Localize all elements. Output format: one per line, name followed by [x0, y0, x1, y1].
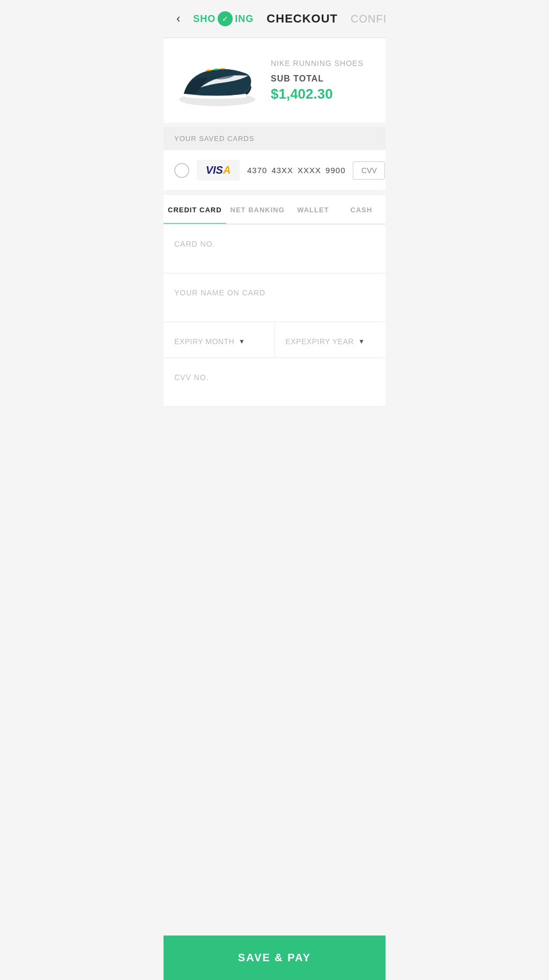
card-radio-button[interactable] [174, 163, 189, 178]
product-name: NIKE RUNNING SHOES [271, 59, 375, 68]
expiry-row: EXPIRY MONTH ▼ EXPEXPIRY YEAR ▼ [164, 322, 385, 358]
name-on-card-input[interactable] [174, 300, 375, 310]
product-section: NIKE RUNNING SHOES SUB TOTAL $1,402.30 [164, 38, 385, 123]
cvv-field[interactable]: CVV NO. [164, 358, 385, 407]
tab-net-banking[interactable]: NET BANKING [226, 195, 289, 224]
card-number-4: 9900 [325, 166, 345, 175]
saved-cards-header: YOUR SAVED CARDS [164, 127, 385, 150]
expiry-year-dropdown-icon[interactable]: ▼ [358, 338, 365, 345]
expiry-month-dropdown-icon[interactable]: ▼ [239, 338, 245, 345]
product-image [174, 51, 260, 110]
expiry-year-field[interactable]: EXPEXPIRY YEAR ▼ [275, 322, 386, 358]
save-pay-button[interactable]: SAVE & PAY [164, 936, 385, 980]
card-number: 4370 43XX XXXX 9900 [247, 166, 345, 175]
saved-card-row[interactable]: VISA 4370 43XX XXXX 9900 CVV [164, 150, 385, 191]
expiry-month-field[interactable]: EXPIRY MONTH ▼ [164, 322, 275, 358]
expiry-year-label: EXPEXPIRY YEAR [286, 337, 354, 346]
cvv-label: CVV NO. [174, 373, 375, 382]
shopping-check-icon: ✓ [218, 11, 233, 26]
card-number-3: XXXX [298, 166, 321, 175]
step-shopping[interactable]: SHO ✓ ING [193, 11, 254, 26]
back-button[interactable]: ‹ [174, 10, 182, 28]
shopping-label-1: SHO [193, 13, 216, 25]
card-number-1: 4370 [247, 166, 267, 175]
subtotal-label: SUB TOTAL [271, 74, 375, 84]
visa-text: VISA [206, 164, 231, 176]
name-on-card-field[interactable]: YOUR NAME ON CARD [164, 273, 385, 322]
visa-logo: VISA [197, 160, 240, 181]
name-on-card-label: YOUR NAME ON CARD [174, 288, 375, 297]
credit-card-form: CARD NO. YOUR NAME ON CARD EXPIRY MONTH … [164, 225, 385, 407]
card-number-2: 43XX [271, 166, 293, 175]
confirm-step-label[interactable]: CONFIRM [351, 13, 385, 25]
expiry-month-label: EXPIRY MONTH [174, 337, 234, 346]
card-number-label: CARD NO. [174, 240, 375, 248]
checkout-step-label[interactable]: CHECKOUT [266, 12, 338, 26]
shopping-label-2: ING [235, 13, 254, 25]
tab-credit-card[interactable]: CREDIT CARD [164, 195, 226, 224]
subtotal-amount: $1,402.30 [271, 86, 375, 102]
tab-cash[interactable]: CASH [337, 195, 385, 224]
product-info: NIKE RUNNING SHOES SUB TOTAL $1,402.30 [271, 59, 375, 102]
saved-card-cvv[interactable]: CVV [353, 161, 385, 180]
tab-wallet[interactable]: WALLET [289, 195, 337, 224]
header: ‹ SHO ✓ ING CHECKOUT CONFIRM [164, 0, 385, 38]
nav-steps: SHO ✓ ING CHECKOUT CONFIRM [193, 11, 385, 26]
card-number-field[interactable]: CARD NO. [164, 225, 385, 273]
card-number-input[interactable] [174, 251, 375, 261]
cvv-input[interactable] [174, 385, 375, 395]
payment-tabs: CREDIT CARD NET BANKING WALLET CASH [164, 195, 385, 225]
